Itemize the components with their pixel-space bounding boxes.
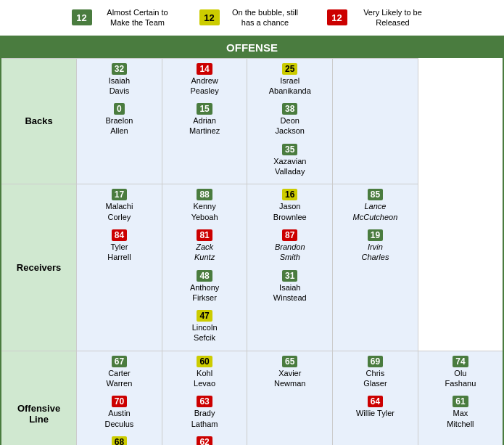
player-number: 25 — [282, 63, 297, 75]
player-entry: 65 XavierNewman — [268, 356, 312, 389]
player-entry: 67 CarterWarren — [97, 356, 141, 389]
section-header-offense: OFFENSE — [1, 36, 503, 59]
player-number: 17 — [112, 189, 127, 200]
player-name: LincolnSefcik — [183, 322, 226, 343]
offense-table: OFFENSE Backs 32 IsaiahDavis 0 BraelonAl… — [0, 36, 504, 445]
player-entry: 62 JakeHanson — [183, 436, 226, 445]
player-number: 19 — [368, 229, 383, 241]
legend-badge-yellow: 12 — [199, 9, 220, 25]
player-entry: 19 IrvinCharles — [353, 229, 397, 263]
player-number: 81 — [197, 229, 212, 241]
player-name: AdrianMartinez — [183, 115, 226, 136]
player-name: JasonBrownlee — [268, 201, 312, 222]
player-number: 15 — [197, 103, 212, 115]
player-entry: 81 ZackKuntz — [183, 229, 226, 263]
legend-label-red: Very Likely to be Released — [353, 7, 433, 28]
player-cell: 32 IsaiahDavis 0 BraelonAllen — [77, 58, 162, 184]
player-number: 74 — [453, 356, 468, 367]
legend-label-yellow: On the bubble, still has a chance — [226, 7, 305, 28]
player-entry: 14 AndrewPeasley — [183, 63, 226, 97]
player-cell: 16 JasonBrownlee 87 BrandonSmith 31 Isai… — [247, 184, 333, 351]
player-number: 14 — [197, 63, 212, 75]
player-entry: 70 AustinDeculus — [97, 396, 141, 429]
player-number: 68 — [112, 436, 127, 445]
legend-red: 12 Very Likely to be Released — [327, 7, 433, 28]
player-number: 16 — [282, 189, 297, 200]
player-entry: 31 IsaiahWinstead — [268, 270, 312, 303]
row-label-offensive-line: OffensiveLine — [1, 351, 77, 445]
row-label-receivers: Receivers — [1, 184, 77, 351]
player-name: DeonJackson — [268, 115, 312, 136]
player-name: OluFashanu — [439, 368, 482, 389]
player-name: AndrewPeasley — [183, 75, 226, 97]
player-name: TylerHarrell — [97, 242, 141, 263]
player-name: ChrisGlaser — [353, 368, 397, 389]
legend-label-green: Almost Certain to Make the Team — [98, 7, 178, 28]
player-cell: 14 AndrewPeasley 15 AdrianMartinez — [162, 58, 247, 184]
player-entry: 0 BraelonAllen — [97, 103, 141, 136]
player-number: 35 — [282, 144, 297, 155]
player-name: KohlLevao — [183, 368, 226, 389]
player-cell: 85 LanceMcCutcheon 19 IrvinCharles — [333, 184, 418, 351]
row-label-backs: Backs — [1, 58, 77, 184]
player-number: 67 — [112, 356, 127, 367]
player-cell — [333, 58, 418, 184]
player-cell: 65 XavierNewman — [247, 351, 333, 445]
player-name: LanceMcCutcheon — [353, 201, 398, 222]
player-number: 47 — [197, 310, 212, 322]
player-entry: 38 DeonJackson — [268, 103, 312, 136]
player-name: MaxMitchell — [439, 408, 482, 429]
player-name: ZackKuntz — [183, 242, 226, 263]
player-entry: 88 KennyYeboah — [183, 189, 226, 222]
legend-green: 12 Almost Certain to Make the Team — [72, 7, 178, 28]
player-entry: 48 AnthonyFirkser — [183, 270, 226, 303]
player-entry: 15 AdrianMartinez — [183, 103, 226, 136]
player-entry: 63 BradyLatham — [183, 396, 226, 429]
player-name: IsaiahDavis — [97, 75, 141, 97]
player-number: 69 — [368, 356, 383, 367]
player-entry: 60 KohlLevao — [183, 356, 226, 389]
player-number: 38 — [282, 103, 297, 115]
player-name: MalachiCorley — [97, 201, 141, 222]
player-name: XavierNewman — [268, 368, 312, 389]
player-cell: 25 IsraelAbanikanda 38 DeonJackson 35 Xa… — [247, 58, 333, 184]
player-number: 60 — [197, 356, 212, 367]
player-entry: 17 MalachiCorley — [97, 189, 141, 222]
player-name: CarterWarren — [97, 368, 141, 389]
player-number: 61 — [453, 396, 468, 407]
player-number: 63 — [197, 396, 212, 407]
legend-yellow: 12 On the bubble, still has a chance — [199, 7, 305, 28]
player-name: BradyLatham — [183, 408, 226, 429]
player-entry: 61 MaxMitchell — [439, 396, 482, 429]
player-cell: 60 KohlLevao 63 BradyLatham 62 JakeHanso… — [162, 351, 247, 445]
player-number: 85 — [368, 189, 383, 200]
player-name: IrvinCharles — [353, 242, 397, 263]
player-entry: 84 TylerHarrell — [97, 229, 141, 263]
player-entry: 74 OluFashanu — [439, 356, 482, 389]
player-name: Willie Tyler — [353, 408, 397, 418]
player-cell: 74 OluFashanu 61 MaxMitchell — [418, 351, 503, 445]
player-number: 84 — [112, 229, 127, 241]
player-cell: 69 ChrisGlaser 64 Willie Tyler — [333, 351, 418, 445]
player-name: BrandonSmith — [268, 242, 312, 263]
player-number: 32 — [112, 63, 127, 75]
player-name: IsaiahWinstead — [268, 282, 312, 303]
player-number: 62 — [197, 436, 212, 445]
player-cell: 17 MalachiCorley 84 TylerHarrell — [77, 184, 162, 351]
player-number: 87 — [282, 229, 297, 241]
player-entry: 87 BrandonSmith — [268, 229, 312, 263]
player-number: 88 — [197, 189, 212, 200]
player-entry: 32 IsaiahDavis — [97, 63, 141, 97]
player-number: 64 — [368, 396, 383, 407]
player-entry: 35 XazavianValladay — [268, 144, 312, 177]
player-number: 31 — [282, 270, 297, 282]
legend: 12 Almost Certain to Make the Team 12 On… — [0, 0, 504, 36]
player-entry: 68 ObinnaEze — [97, 436, 141, 445]
player-number: 0 — [114, 103, 125, 115]
player-number: 70 — [112, 396, 127, 407]
player-name: AnthonyFirkser — [183, 282, 226, 303]
legend-badge-green: 12 — [72, 9, 92, 25]
player-entry: 16 JasonBrownlee — [268, 189, 312, 222]
player-entry: 25 IsraelAbanikanda — [268, 63, 312, 97]
player-cell: 88 KennyYeboah 81 ZackKuntz 48 AnthonyFi… — [162, 184, 247, 351]
